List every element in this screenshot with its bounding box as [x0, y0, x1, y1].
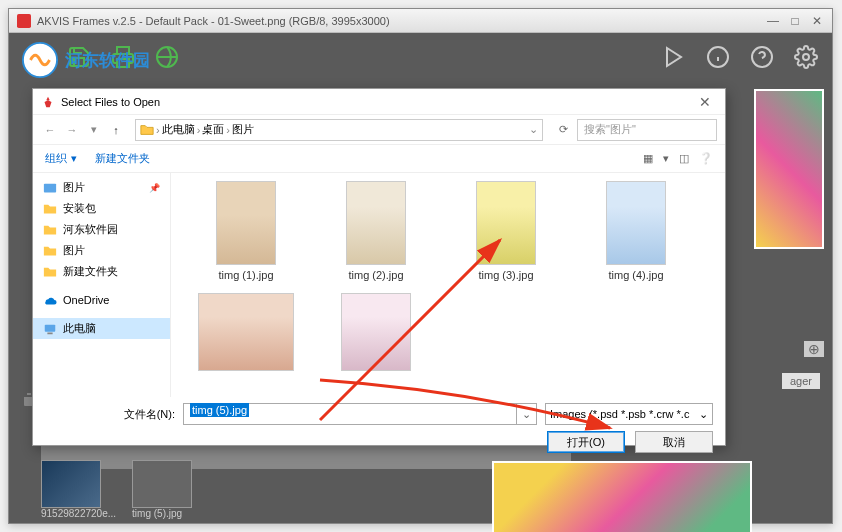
- settings-icon[interactable]: [792, 43, 820, 71]
- sidebar-item-folder[interactable]: 河东软件园: [33, 219, 170, 240]
- filename-value: timg (5).jpg: [190, 403, 249, 417]
- dialog-body: 图片 📌 安装包 河东软件园 图片 新建文件夹 OneDr: [33, 173, 725, 397]
- computer-icon: [43, 322, 57, 336]
- file-item[interactable]: timg (2).jpg: [317, 181, 435, 281]
- view-buttons: ▦ ▾ ◫ ❔: [643, 152, 713, 165]
- refresh-button[interactable]: ⟳: [553, 120, 573, 140]
- sidebar-item-pictures[interactable]: 图片 📌: [33, 177, 170, 198]
- file-item[interactable]: timg (4).jpg: [577, 181, 695, 281]
- app-icon: [17, 14, 31, 28]
- file-thumbnail: [476, 181, 536, 265]
- svg-rect-0: [17, 14, 31, 28]
- file-thumbnail: [346, 181, 406, 265]
- folder-icon: [43, 181, 57, 195]
- svg-rect-8: [45, 324, 56, 331]
- sidebar-item-label: 图片: [63, 180, 85, 195]
- window-controls: — □ ✕: [766, 14, 824, 28]
- folder-icon: [43, 265, 57, 279]
- file-item[interactable]: [187, 293, 305, 375]
- share-icon[interactable]: [153, 43, 181, 71]
- sidebar-item-label: 此电脑: [63, 321, 96, 336]
- breadcrumb-separator: ›: [226, 124, 230, 136]
- dialog-footer: 文件名(N): timg (5).jpg ⌄ Images (*.psd *.p…: [33, 397, 725, 447]
- file-name: timg (1).jpg: [187, 269, 305, 281]
- svg-marker-2: [667, 48, 681, 66]
- pager-label: ager: [782, 373, 820, 389]
- recent-dropdown[interactable]: ▾: [85, 121, 103, 139]
- thumb-item[interactable]: 91529822720e...: [41, 460, 116, 519]
- preview-frame[interactable]: [754, 89, 824, 249]
- chevron-down-icon: ⌄: [699, 408, 708, 421]
- info-icon[interactable]: [704, 43, 732, 71]
- filename-input[interactable]: timg (5).jpg: [183, 403, 517, 425]
- help-icon[interactable]: ❔: [699, 152, 713, 165]
- breadcrumb-item[interactable]: 此电脑: [162, 122, 195, 137]
- watermark-logo-icon: [21, 41, 59, 79]
- forward-button[interactable]: →: [63, 121, 81, 139]
- folder-icon: [43, 202, 57, 216]
- file-thumbnail: [216, 181, 276, 265]
- folder-icon: [43, 223, 57, 237]
- sidebar-item-onedrive[interactable]: OneDrive: [33, 290, 170, 310]
- newfolder-button[interactable]: 新建文件夹: [95, 151, 150, 166]
- cancel-button[interactable]: 取消: [635, 431, 713, 453]
- thumb-image: [41, 460, 101, 508]
- file-item[interactable]: timg (3).jpg: [447, 181, 565, 281]
- breadcrumb-item[interactable]: 图片: [232, 122, 254, 137]
- file-thumbnail: [341, 293, 411, 371]
- minimize-button[interactable]: —: [766, 14, 780, 28]
- app-titlebar: AKVIS Frames v.2.5 - Default Pack - 01-S…: [9, 9, 832, 33]
- filter-select[interactable]: Images (*.psd *.psb *.crw *.c ⌄: [545, 403, 713, 425]
- open-button[interactable]: 打开(O): [547, 431, 625, 453]
- breadcrumb-dropdown[interactable]: ⌄: [529, 123, 538, 136]
- dialog-icon: [41, 95, 55, 109]
- file-grid: timg (1).jpg timg (2).jpg timg (3).jpg t…: [171, 173, 725, 397]
- svg-rect-7: [44, 183, 56, 192]
- view-mode-icon[interactable]: ▦: [643, 152, 653, 165]
- sidebar-item-label: 新建文件夹: [63, 264, 118, 279]
- file-item[interactable]: timg (1).jpg: [187, 181, 305, 281]
- thumb-label: timg (5).jpg: [132, 508, 192, 519]
- dialog-close-button[interactable]: ✕: [693, 94, 717, 110]
- sidebar-item-folder[interactable]: 新建文件夹: [33, 261, 170, 282]
- toolbar-right: [660, 43, 820, 71]
- zoom-in-icon[interactable]: ⊕: [804, 341, 824, 357]
- search-input[interactable]: 搜索"图片": [577, 119, 717, 141]
- sidebar-item-label: 河东软件园: [63, 222, 118, 237]
- watermark-text: 河东软件园: [65, 49, 150, 72]
- close-button[interactable]: ✕: [810, 14, 824, 28]
- sidebar-item-label: 安装包: [63, 201, 96, 216]
- file-thumbnail: [198, 293, 294, 371]
- organize-button[interactable]: 组织: [45, 151, 67, 166]
- file-item[interactable]: [317, 293, 435, 375]
- help-icon[interactable]: [748, 43, 776, 71]
- preview-pane-icon[interactable]: ◫: [679, 152, 689, 165]
- up-button[interactable]: ↑: [107, 121, 125, 139]
- dialog-nav: ← → ▾ ↑ › 此电脑 › 桌面 › 图片 ⌄ ⟳ 搜索"图片": [33, 115, 725, 145]
- folder-icon: [140, 123, 154, 137]
- sidebar: 图片 📌 安装包 河东软件园 图片 新建文件夹 OneDr: [33, 173, 171, 397]
- pin-icon: 📌: [149, 183, 160, 193]
- filename-dropdown[interactable]: ⌄: [517, 403, 537, 425]
- sidebar-item-folder[interactable]: 图片: [33, 240, 170, 261]
- sidebar-item-computer[interactable]: 此电脑: [33, 318, 170, 339]
- maximize-button[interactable]: □: [788, 14, 802, 28]
- onedrive-icon: [43, 293, 57, 307]
- organize-dropdown-icon[interactable]: ▾: [71, 152, 77, 165]
- breadcrumb-separator: ›: [156, 124, 160, 136]
- back-button[interactable]: ←: [41, 121, 59, 139]
- app-title: AKVIS Frames v.2.5 - Default Pack - 01-S…: [37, 15, 766, 27]
- search-placeholder: 搜索"图片": [584, 122, 636, 137]
- file-open-dialog: Select Files to Open ✕ ← → ▾ ↑ › 此电脑 › 桌…: [32, 88, 726, 446]
- preview-frame-bottom[interactable]: [492, 461, 752, 532]
- view-dropdown-icon[interactable]: ▾: [663, 152, 669, 165]
- sidebar-item-folder[interactable]: 安装包: [33, 198, 170, 219]
- breadcrumb[interactable]: › 此电脑 › 桌面 › 图片 ⌄: [135, 119, 543, 141]
- file-name: timg (4).jpg: [577, 269, 695, 281]
- dialog-title: Select Files to Open: [61, 96, 160, 108]
- thumb-image: [132, 460, 192, 508]
- sidebar-item-label: OneDrive: [63, 294, 109, 306]
- play-icon[interactable]: [660, 43, 688, 71]
- thumb-item[interactable]: timg (5).jpg: [132, 460, 192, 519]
- breadcrumb-item[interactable]: 桌面: [202, 122, 224, 137]
